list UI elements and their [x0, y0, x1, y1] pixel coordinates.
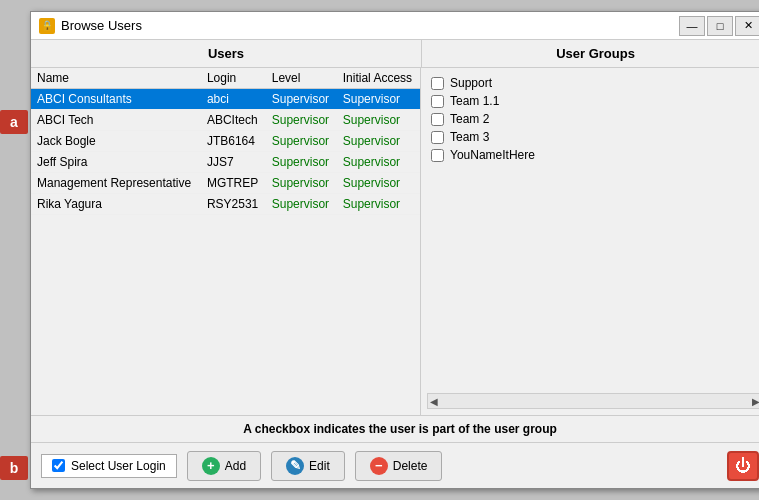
cell-level: Supervisor: [266, 173, 337, 194]
cell-access: Supervisor: [337, 173, 420, 194]
power-button[interactable]: ⏻: [727, 451, 759, 481]
edit-icon: ✎: [286, 457, 304, 475]
scroll-right-icon[interactable]: ▶: [752, 396, 759, 407]
edit-label: Edit: [309, 459, 330, 473]
group-checkbox[interactable]: [431, 149, 444, 162]
cell-level: Supervisor: [266, 194, 337, 215]
cell-access: Supervisor: [337, 152, 420, 173]
cell-level: Supervisor: [266, 110, 337, 131]
table-row[interactable]: Jeff Spira JJS7 Supervisor Supervisor: [31, 152, 420, 173]
maximize-button[interactable]: □: [707, 16, 733, 36]
cell-login: ABCItech: [201, 110, 266, 131]
add-icon: +: [202, 457, 220, 475]
group-label: YouNameItHere: [450, 148, 535, 162]
cell-login: MGTREP: [201, 173, 266, 194]
list-item: Support: [427, 74, 759, 92]
status-text: A checkbox indicates the user is part of…: [243, 422, 557, 436]
cell-name: ABCI Tech: [31, 110, 201, 131]
window-icon: 🔒: [39, 18, 55, 34]
cell-access: Supervisor: [337, 110, 420, 131]
cell-login: JJS7: [201, 152, 266, 173]
col-login: Login: [201, 68, 266, 89]
cell-name: Jeff Spira: [31, 152, 201, 173]
bottom-bar: Select User Login + Add ✎ Edit − Delete …: [31, 442, 759, 488]
col-level: Level: [266, 68, 337, 89]
cell-name: ABCI Consultants: [31, 89, 201, 110]
cell-name: Management Representative: [31, 173, 201, 194]
table-row[interactable]: ABCI Consultants abci Supervisor Supervi…: [31, 89, 420, 110]
title-bar: 🔒 Browse Users — □ ✕: [31, 12, 759, 40]
cell-level: Supervisor: [266, 131, 337, 152]
side-label-a: a: [0, 110, 28, 134]
group-label: Team 2: [450, 112, 489, 126]
delete-button[interactable]: − Delete: [355, 451, 443, 481]
add-button[interactable]: + Add: [187, 451, 261, 481]
cell-login: RSY2531: [201, 194, 266, 215]
group-checkbox[interactable]: [431, 113, 444, 126]
table-row[interactable]: Rika Yagura RSY2531 Supervisor Superviso…: [31, 194, 420, 215]
delete-label: Delete: [393, 459, 428, 473]
col-name: Name: [31, 68, 201, 89]
cell-level: Supervisor: [266, 89, 337, 110]
select-user-login-checkbox-label[interactable]: Select User Login: [41, 454, 177, 478]
groups-list: Support Team 1.1 Team 2 Team 3 YouNameIt…: [427, 74, 759, 389]
delete-icon: −: [370, 457, 388, 475]
groups-panel-label: User Groups: [421, 40, 759, 67]
minimize-button[interactable]: —: [679, 16, 705, 36]
side-label-b: b: [0, 456, 28, 480]
group-checkbox[interactable]: [431, 131, 444, 144]
group-checkbox[interactable]: [431, 95, 444, 108]
cell-access: Supervisor: [337, 89, 420, 110]
users-scroll[interactable]: Name Login Level Initial Access ABCI Con…: [31, 68, 420, 415]
close-button[interactable]: ✕: [735, 16, 759, 36]
cell-login: JTB6164: [201, 131, 266, 152]
cell-name: Jack Bogle: [31, 131, 201, 152]
list-item: Team 3: [427, 128, 759, 146]
panel-labels: Users User Groups: [31, 40, 759, 68]
cell-access: Supervisor: [337, 131, 420, 152]
cell-name: Rika Yagura: [31, 194, 201, 215]
table-row[interactable]: Management Representative MGTREP Supervi…: [31, 173, 420, 194]
edit-button[interactable]: ✎ Edit: [271, 451, 345, 481]
list-item: Team 2: [427, 110, 759, 128]
group-label: Support: [450, 76, 492, 90]
users-panel-label: Users: [31, 40, 421, 67]
group-label: Team 1.1: [450, 94, 499, 108]
users-table: Name Login Level Initial Access ABCI Con…: [31, 68, 420, 215]
users-panel: Name Login Level Initial Access ABCI Con…: [31, 68, 421, 415]
window-title: Browse Users: [61, 18, 142, 33]
group-checkbox[interactable]: [431, 77, 444, 90]
add-label: Add: [225, 459, 246, 473]
power-icon: ⏻: [735, 457, 751, 475]
scroll-left-icon[interactable]: ◀: [430, 396, 438, 407]
status-bar: A checkbox indicates the user is part of…: [31, 415, 759, 442]
cell-login: abci: [201, 89, 266, 110]
select-user-login-label: Select User Login: [71, 459, 166, 473]
table-row[interactable]: Jack Bogle JTB6164 Supervisor Supervisor: [31, 131, 420, 152]
select-user-login-checkbox[interactable]: [52, 459, 65, 472]
table-row[interactable]: ABCI Tech ABCItech Supervisor Supervisor: [31, 110, 420, 131]
groups-panel: Support Team 1.1 Team 2 Team 3 YouNameIt…: [421, 68, 759, 415]
list-item: YouNameItHere: [427, 146, 759, 164]
group-label: Team 3: [450, 130, 489, 144]
groups-scrollbar[interactable]: ◀ ▶: [427, 393, 759, 409]
cell-level: Supervisor: [266, 152, 337, 173]
list-item: Team 1.1: [427, 92, 759, 110]
cell-access: Supervisor: [337, 194, 420, 215]
col-access: Initial Access: [337, 68, 420, 89]
